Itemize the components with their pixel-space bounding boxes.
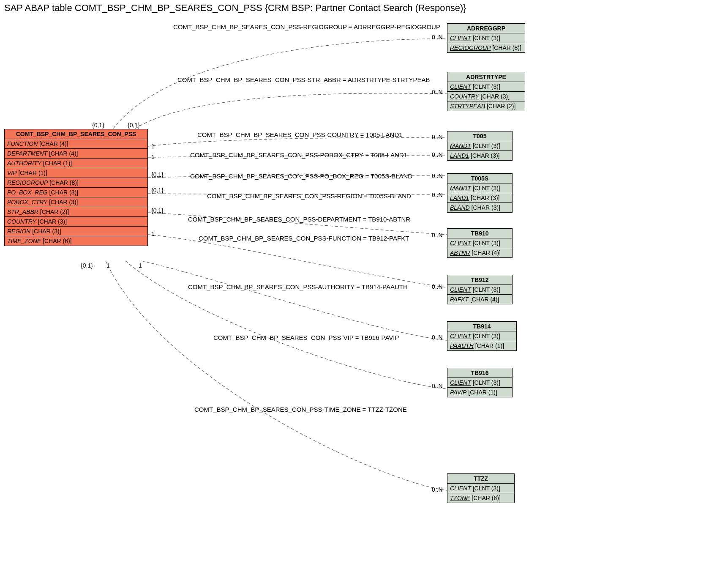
entity-field: LAND1 [CHAR (3)]: [447, 151, 512, 160]
cardinality-left: {0,1}: [151, 171, 164, 178]
entity-field: STRTYPEAB [CHAR (2)]: [447, 101, 525, 111]
entity-header: TB916: [447, 368, 512, 378]
entity-field: PO_BOX_REG [CHAR (3)]: [5, 188, 147, 197]
entity-field: MANDT [CLNT (3)]: [447, 183, 512, 193]
cardinality-right: 0..N: [432, 383, 443, 389]
entity-adrreggrp: ADRREGGRP CLIENT [CLNT (3)] REGIOGROUP […: [447, 23, 525, 53]
entity-field: TIME_ZONE [CHAR (6)]: [5, 236, 147, 246]
cardinality-right: 0..N: [432, 34, 443, 41]
entity-field: PAAUTH [CHAR (1)]: [447, 341, 516, 350]
relation-label: COMT_BSP_CHM_BP_SEARES_CON_PSS-FUNCTION …: [199, 235, 409, 242]
cardinality-left: {0,1}: [151, 207, 164, 214]
cardinality-left: 1: [106, 262, 110, 269]
cardinality-left: 1: [151, 230, 155, 237]
entity-field: ABTNR [CHAR (4)]: [447, 248, 512, 257]
cardinality-right: 0..N: [432, 486, 443, 493]
entity-field: LAND1 [CHAR (3)]: [447, 193, 512, 203]
entity-header: T005: [447, 131, 512, 141]
cardinality-left: {0,1}: [81, 262, 93, 269]
relation-label: COMT_BSP_CHM_BP_SEARES_CON_PSS-POBOX_CTR…: [190, 151, 407, 159]
entity-header: ADRSTRTYPE: [447, 72, 525, 82]
entity-field: PAVIP [CHAR (1)]: [447, 388, 512, 397]
entity-field: DEPARTMENT [CHAR (4)]: [5, 149, 147, 159]
entity-field: COUNTRY [CHAR (3)]: [447, 92, 525, 101]
cardinality-left: 1: [139, 262, 142, 269]
cardinality-right: 0..N: [432, 283, 443, 290]
cardinality-left: {0,1}: [92, 122, 104, 129]
relation-label: COMT_BSP_CHM_BP_SEARES_CON_PSS-REGION = …: [207, 192, 411, 200]
entity-tb910: TB910 CLIENT [CLNT (3)] ABTNR [CHAR (4)]: [447, 228, 513, 258]
cardinality-right: 0..N: [432, 134, 443, 140]
relation-label: COMT_BSP_CHM_BP_SEARES_CON_PSS-PO_BOX_RE…: [190, 172, 412, 180]
entity-header: TB914: [447, 322, 516, 331]
entity-field: COUNTRY [CHAR (3)]: [5, 217, 147, 227]
cardinality-right: 0..N: [432, 334, 443, 341]
entity-header: TB912: [447, 275, 512, 285]
entity-field: TZONE [CHAR (6)]: [447, 493, 514, 503]
entity-header: TB910: [447, 229, 512, 238]
entity-tb912: TB912 CLIENT [CLNT (3)] PAFKT [CHAR (4)]: [447, 275, 513, 304]
entity-ttzz: TTZZ CLIENT [CLNT (3)] TZONE [CHAR (6)]: [447, 473, 515, 503]
entity-header: TTZZ: [447, 474, 514, 484]
cardinality-left: 1: [151, 143, 155, 150]
entity-t005: T005 MANDT [CLNT (3)] LAND1 [CHAR (3)]: [447, 131, 513, 161]
relation-label: COMT_BSP_CHM_BP_SEARES_CON_PSS-TIME_ZONE…: [194, 406, 407, 413]
entity-header: ADRREGGRP: [447, 24, 525, 33]
relation-label: COMT_BSP_CHM_BP_SEARES_CON_PSS-COUNTRY =…: [197, 131, 403, 138]
entity-field: CLIENT [CLNT (3)]: [447, 33, 525, 43]
relation-label: COMT_BSP_CHM_BP_SEARES_CON_PSS-REGIOGROU…: [173, 23, 440, 30]
relation-label: COMT_BSP_CHM_BP_SEARES_CON_PSS-VIP = TB9…: [213, 334, 399, 341]
cardinality-right: 0..N: [432, 151, 443, 158]
entity-field: CLIENT [CLNT (3)]: [447, 285, 512, 295]
entity-field: STR_ABBR [CHAR (2)]: [5, 207, 147, 217]
entity-field: REGIOGROUP [CHAR (8)]: [5, 178, 147, 188]
entity-field: CLIENT [CLNT (3)]: [447, 331, 516, 341]
cardinality-right: 0..N: [432, 172, 443, 179]
entity-field: AUTHORITY [CHAR (1)]: [5, 159, 147, 168]
relation-label: COMT_BSP_CHM_BP_SEARES_CON_PSS-DEPARTMEN…: [188, 216, 410, 223]
relation-label: COMT_BSP_CHM_BP_SEARES_CON_PSS-STR_ABBR …: [177, 76, 430, 83]
entity-field: REGIOGROUP [CHAR (8)]: [447, 43, 525, 52]
entity-t005s: T005S MANDT [CLNT (3)] LAND1 [CHAR (3)] …: [447, 173, 513, 213]
entity-field: POBOX_CTRY [CHAR (3)]: [5, 197, 147, 207]
cardinality-right: 0..N: [432, 232, 443, 238]
entity-main-header: COMT_BSP_CHM_BP_SEARES_CON_PSS: [5, 129, 147, 139]
entity-field: CLIENT [CLNT (3)]: [447, 484, 514, 493]
entity-field: CLIENT [CLNT (3)]: [447, 378, 512, 388]
cardinality-right: 0..N: [432, 89, 443, 96]
cardinality-left: {0,1}: [151, 187, 164, 194]
entity-adrstrtype: ADRSTRTYPE CLIENT [CLNT (3)] COUNTRY [CH…: [447, 72, 525, 111]
entity-field: VIP [CHAR (1)]: [5, 168, 147, 178]
entity-header: T005S: [447, 174, 512, 183]
entity-tb916: TB916 CLIENT [CLNT (3)] PAVIP [CHAR (1)]: [447, 368, 513, 397]
cardinality-left: 1: [151, 153, 155, 160]
entity-field: BLAND [CHAR (3)]: [447, 203, 512, 212]
cardinality-left: {0,1}: [128, 122, 140, 129]
entity-field: MANDT [CLNT (3)]: [447, 141, 512, 151]
entity-main: COMT_BSP_CHM_BP_SEARES_CON_PSS FUNCTION …: [4, 129, 148, 246]
relation-label: COMT_BSP_CHM_BP_SEARES_CON_PSS-AUTHORITY…: [188, 283, 408, 290]
entity-field: FUNCTION [CHAR (4)]: [5, 139, 147, 149]
cardinality-right: 0..N: [432, 191, 443, 198]
diagram-canvas: SAP ABAP table COMT_BSP_CHM_BP_SEARES_CO…: [0, 0, 728, 569]
entity-field: CLIENT [CLNT (3)]: [447, 238, 512, 248]
page-title: SAP ABAP table COMT_BSP_CHM_BP_SEARES_CO…: [4, 3, 466, 14]
entity-tb914: TB914 CLIENT [CLNT (3)] PAAUTH [CHAR (1)…: [447, 321, 517, 351]
entity-field: PAFKT [CHAR (4)]: [447, 295, 512, 304]
entity-field: REGION [CHAR (3)]: [5, 227, 147, 236]
entity-field: CLIENT [CLNT (3)]: [447, 82, 525, 92]
